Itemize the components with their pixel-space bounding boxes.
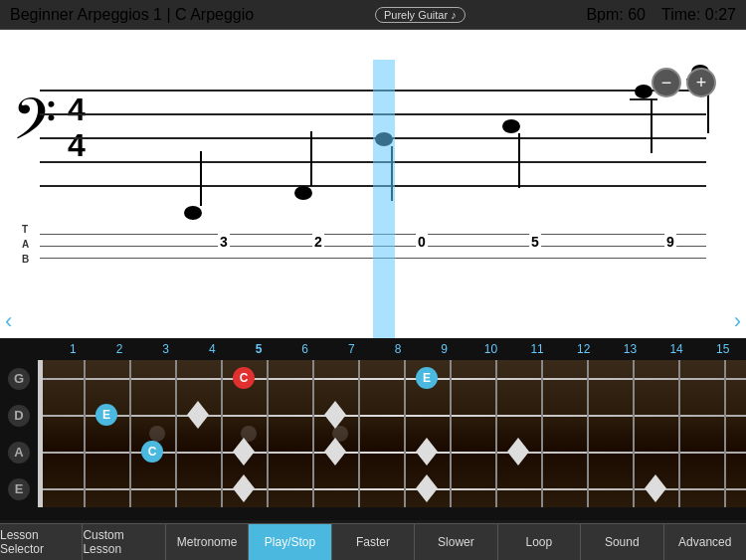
loop-button[interactable]: Loop <box>498 524 581 560</box>
tab-label-a: A <box>22 239 29 250</box>
fretboard-area: 1 2 3 4 5 6 7 8 9 10 11 12 13 14 15 G D … <box>0 338 746 520</box>
fb-diamond-a5 <box>233 438 255 466</box>
nut <box>38 360 43 507</box>
fretboard: C E E C <box>38 360 746 507</box>
sheet-music-area: 𝄢 4 4 T <box>0 30 746 338</box>
title: Beginner Arpeggios 1 | C Arpeggio <box>10 6 254 24</box>
faster-button[interactable]: Faster <box>332 524 415 560</box>
note-c-a3: C <box>141 441 163 463</box>
custom-lesson-button[interactable]: Custom Lesson <box>83 524 165 560</box>
string-label-g: G <box>8 368 30 390</box>
tab-label-b: B <box>22 254 29 265</box>
fb-diamond-e14 <box>645 474 666 502</box>
fb-diamond-a11 <box>507 438 529 466</box>
fb-diamond-e5 <box>233 474 255 502</box>
string-d <box>38 415 746 417</box>
tab-num-1: 3 <box>218 234 230 250</box>
toolbar: Lesson Selector Custom Lesson Metronome … <box>0 523 746 560</box>
lesson-selector-button[interactable]: Lesson Selector <box>0 524 83 560</box>
note-c-g5: C <box>233 367 255 389</box>
tab-num-3: 0 <box>416 234 428 250</box>
fb-diamond-e9 <box>416 474 438 502</box>
note-e-d2: E <box>95 404 117 426</box>
logo: Purely Guitar ♪ <box>375 7 466 23</box>
string-labels: G D A E <box>0 360 38 507</box>
zoom-minus-button[interactable]: − <box>652 68 681 97</box>
bpm-time: Bpm: 60 Time: 0:27 <box>586 6 736 24</box>
fb-diamond-d4 <box>187 401 209 429</box>
tab-num-4: 5 <box>529 234 541 250</box>
string-label-d: D <box>8 405 30 427</box>
advanced-button[interactable]: Advanced <box>664 524 746 560</box>
top-bar: Beginner Arpeggios 1 | C Arpeggio Purely… <box>0 0 746 30</box>
play-stop-button[interactable]: Play/Stop <box>249 524 331 560</box>
note-e-g9: E <box>416 367 438 389</box>
tab-num-5: 9 <box>664 234 676 250</box>
tab-label-t: T <box>22 224 28 235</box>
string-label-a: A <box>8 442 30 464</box>
playhead <box>373 60 395 338</box>
tab-num-2: 2 <box>312 234 324 250</box>
string-g <box>38 378 746 380</box>
fb-diamond-d7 <box>324 401 346 429</box>
fret-numbers: 1 2 3 4 5 6 7 8 9 10 11 12 13 14 15 <box>40 338 746 360</box>
fb-diamond-a9 <box>416 438 438 466</box>
string-label-e: E <box>8 478 30 500</box>
fb-diamond-a7 <box>324 438 346 466</box>
string-e <box>38 488 746 490</box>
zoom-plus-button[interactable]: + <box>686 68 716 97</box>
slower-button[interactable]: Slower <box>415 524 497 560</box>
sound-button[interactable]: Sound <box>581 524 663 560</box>
metronome-button[interactable]: Metronome <box>166 524 249 560</box>
